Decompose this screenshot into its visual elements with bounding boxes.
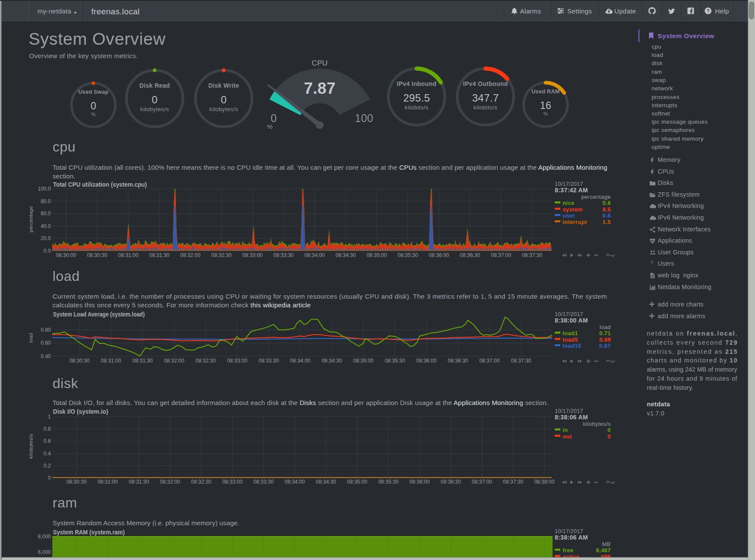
svg-text:section.: section.	[53, 172, 75, 180]
svg-text:%: %	[543, 111, 548, 116]
svg-text:20.0: 20.0	[41, 235, 51, 241]
svg-text:08:34:00: 08:34:00	[305, 252, 325, 258]
svg-text:System Load Average (system.lo: System Load Average (system.load)	[53, 311, 145, 318]
svg-text:collects every second 729: collects every second 729	[647, 339, 737, 346]
svg-text:0.60: 0.60	[41, 340, 51, 346]
svg-text:load: load	[53, 268, 80, 284]
svg-text:0.8: 0.8	[603, 200, 611, 206]
svg-text:user: user	[563, 212, 575, 219]
svg-text:IPv4 Networking: IPv4 Networking	[658, 202, 704, 209]
svg-text:08:30:30: 08:30:30	[70, 358, 90, 364]
svg-text:System Overview: System Overview	[658, 32, 714, 40]
svg-text:interrupts: interrupts	[652, 102, 677, 109]
svg-text:08:37:30: 08:37:30	[522, 252, 543, 258]
svg-text:Applications: Applications	[658, 237, 692, 244]
svg-text:10/17/2017: 10/17/2017	[555, 311, 583, 317]
svg-text:60.0: 60.0	[41, 211, 51, 217]
svg-text:08:37:00: 08:37:00	[491, 252, 511, 258]
svg-text:ipc message queues: ipc message queues	[652, 119, 708, 125]
svg-text:10/17/2017: 10/17/2017	[555, 181, 583, 187]
svg-text:processes: processes	[652, 94, 679, 100]
svg-text:?: ?	[706, 8, 709, 13]
svg-text:percentage: percentage	[28, 206, 33, 233]
svg-text:uptime: uptime	[652, 144, 670, 150]
svg-text:Total CPU utilization (system.: Total CPU utilization (system.cpu)	[53, 181, 147, 188]
svg-text:my-netdata: my-netdata	[37, 7, 71, 15]
svg-text:Disk Write: Disk Write	[208, 82, 239, 89]
svg-text:40.0: 40.0	[41, 223, 51, 229]
svg-text:0.4: 0.4	[43, 451, 51, 457]
svg-text:percentage: percentage	[581, 194, 611, 200]
svg-text:nice: nice	[563, 200, 574, 206]
svg-text:08:35:30: 08:35:30	[378, 479, 399, 485]
svg-text:Used RAM: Used RAM	[532, 89, 560, 95]
svg-text:ram: ram	[652, 69, 662, 75]
svg-text:Settings: Settings	[567, 7, 592, 15]
svg-text:swap: swap	[652, 77, 666, 83]
svg-text:add more alarms: add more alarms	[658, 313, 705, 320]
svg-text:08:32:00: 08:32:00	[164, 358, 184, 364]
svg-text:08:34:00: 08:34:00	[285, 479, 305, 485]
svg-text:08:31:30: 08:31:30	[132, 358, 153, 364]
svg-text:0.69: 0.69	[599, 336, 611, 343]
svg-text:1.5: 1.5	[603, 219, 611, 225]
svg-text:ZFS filesystem: ZFS filesystem	[658, 191, 700, 198]
svg-text:load: load	[599, 324, 611, 330]
svg-text:IPv6 Networking: IPv6 Networking	[658, 214, 704, 221]
svg-text:08:37:30: 08:37:30	[511, 358, 531, 364]
svg-text:08:37:00: 08:37:00	[479, 358, 500, 364]
svg-text:MB: MB	[602, 541, 611, 547]
svg-text:Disk I/O (system.io): Disk I/O (system.io)	[53, 408, 108, 415]
svg-text:08:36:30: 08:36:30	[460, 252, 480, 258]
svg-text:08:31:00: 08:31:00	[97, 479, 118, 485]
svg-text:6,000: 6,000	[38, 549, 51, 555]
svg-text:08:38:00: 08:38:00	[534, 479, 555, 485]
svg-text:System Random Access Memory (i: System Random Access Memory (i.e. physic…	[53, 519, 239, 527]
svg-text:08:37:00: 08:37:00	[472, 479, 492, 485]
svg-text:Overview of the key system met: Overview of the key system metrics.	[29, 52, 138, 59]
svg-text:%: %	[267, 123, 273, 130]
svg-text:100.0: 100.0	[38, 186, 51, 192]
svg-text:load15: load15	[563, 343, 581, 349]
svg-text:08:35:00: 08:35:00	[353, 358, 374, 364]
svg-text:%: %	[91, 112, 96, 117]
svg-text:10/17/2017: 10/17/2017	[555, 408, 583, 414]
svg-text:08:34:30: 08:34:30	[321, 358, 342, 364]
svg-text:cpu: cpu	[652, 43, 662, 50]
svg-text:IPv4 Inbound: IPv4 Inbound	[397, 80, 437, 87]
svg-text:IPv4 Outbound: IPv4 Outbound	[463, 80, 508, 87]
svg-text:kilobits/s: kilobits/s	[474, 104, 497, 111]
svg-text:ipc semaphores: ipc semaphores	[652, 127, 695, 133]
svg-text:Netdata Monitoring: Netdata Monitoring	[658, 283, 712, 290]
svg-text:real-time history.: real-time history.	[647, 384, 693, 391]
svg-text:Alarms: Alarms	[520, 7, 541, 15]
svg-text:08:33:30: 08:33:30	[273, 252, 294, 258]
svg-text:08:37:30: 08:37:30	[503, 479, 523, 485]
svg-text:08:30:30: 08:30:30	[87, 252, 107, 258]
svg-text:in: in	[563, 427, 568, 433]
svg-text:Memory: Memory	[658, 156, 680, 163]
svg-text:CPUs: CPUs	[658, 168, 674, 175]
svg-text:Users: Users	[658, 260, 674, 267]
svg-text:08:33:00: 08:33:00	[242, 252, 263, 258]
svg-text:08:31:30: 08:31:30	[129, 479, 149, 485]
svg-text:08:35:30: 08:35:30	[385, 358, 405, 364]
svg-text:0.0: 0.0	[43, 248, 51, 254]
svg-text:0.6: 0.6	[43, 438, 51, 444]
svg-text:08:33:30: 08:33:30	[253, 479, 274, 485]
svg-text:load: load	[652, 52, 663, 58]
svg-text:Total CPU utilization (all cor: Total CPU utilization (all cores). 100% …	[53, 164, 607, 171]
svg-text:08:35:30: 08:35:30	[397, 252, 418, 258]
svg-text:web log nginx: web log nginx	[657, 272, 699, 279]
svg-text:system: system	[563, 206, 583, 213]
svg-text:Disks: Disks	[658, 179, 673, 186]
svg-text:0: 0	[90, 100, 96, 112]
svg-text:08:30:00: 08:30:00	[56, 252, 76, 258]
svg-text:08:36:00: 08:36:00	[429, 252, 449, 258]
svg-text:08:36:30: 08:36:30	[440, 479, 461, 485]
svg-text:charts and monitored by 10: charts and monitored by 10	[647, 357, 737, 364]
svg-text:347.7: 347.7	[472, 92, 499, 104]
svg-text:0: 0	[607, 433, 611, 440]
svg-text:kilobytes/s: kilobytes/s	[140, 106, 169, 112]
svg-text:ipc shared memory: ipc shared memory	[652, 135, 704, 142]
